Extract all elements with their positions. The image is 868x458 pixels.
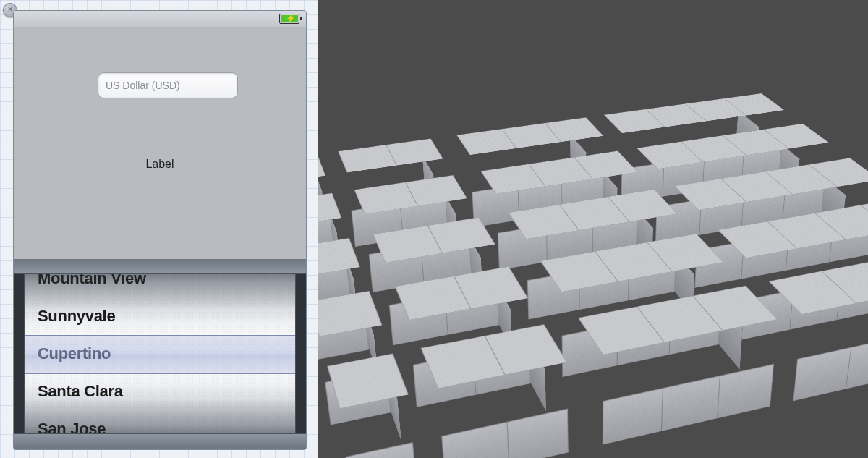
static-label: Label	[14, 158, 306, 171]
box-face-front	[345, 442, 417, 458]
box-face-front	[441, 409, 569, 458]
currency-text-field[interactable]: US Dollar (USD)	[98, 72, 238, 98]
picker-row[interactable]: Sunnyvale	[25, 297, 295, 335]
picker-row[interactable]: Cupertino	[25, 335, 295, 373]
status-bar: ⚡	[14, 11, 306, 27]
ios-device-frame: ⚡ US Dollar (USD) Label Mountain ViewSun…	[13, 10, 307, 450]
box-face-top	[318, 154, 326, 183]
box-face-top	[318, 291, 383, 337]
currency-text-field-placeholder: US Dollar (USD)	[106, 80, 180, 91]
content-view: US Dollar (USD) Label	[14, 27, 306, 259]
picker-row[interactable]: Santa Clara	[25, 373, 295, 410]
battery-charging-icon: ⚡	[279, 14, 299, 24]
interface-builder-canvas: × ⚡ US Dollar (USD) Label Mountain ViewS…	[0, 0, 318, 458]
battery-bolt-icon: ⚡	[286, 14, 296, 22]
3d-viewport[interactable]	[318, 0, 868, 458]
box-face-front	[793, 315, 868, 402]
picker-rows-container: Mountain ViewSunnyvaleCupertinoSanta Cla…	[25, 259, 295, 449]
box-face-front	[603, 364, 774, 445]
picker-wheel[interactable]: Mountain ViewSunnyvaleCupertinoSanta Cla…	[24, 259, 296, 449]
picker-bezel	[14, 433, 306, 449]
picker-bezel	[14, 259, 306, 274]
uipickerview[interactable]: Mountain ViewSunnyvaleCupertinoSanta Cla…	[14, 259, 306, 449]
app-root: × ⚡ US Dollar (USD) Label Mountain ViewS…	[0, 0, 868, 458]
